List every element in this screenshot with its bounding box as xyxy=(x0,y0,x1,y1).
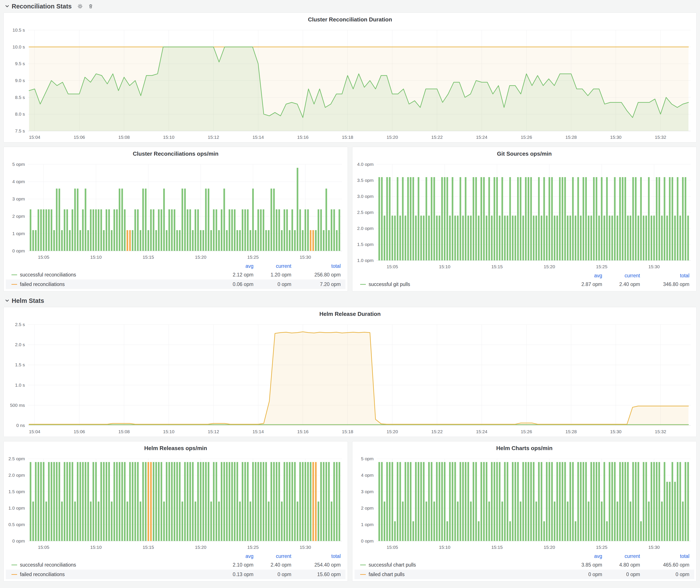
x-axis-label: 15:24 xyxy=(476,429,487,434)
x-axis-label: 15:05 xyxy=(387,545,398,550)
legend-col-current[interactable]: current xyxy=(253,263,291,269)
legend-header-row: avg current total xyxy=(355,272,694,279)
y-axis-label: 0 opm xyxy=(12,248,25,253)
series-toggle-failed-chart-pulls[interactable]: failed chart pulls xyxy=(360,572,559,577)
panel-title-helm-releases-opm[interactable]: Helm Releases ops/min xyxy=(4,441,348,455)
x-axis-label: 15:10 xyxy=(90,545,102,550)
y-axis-label: 8.5 s xyxy=(15,95,25,100)
legend-col-avg[interactable]: avg xyxy=(559,273,602,279)
series-name[interactable]: failed reconciliations xyxy=(20,572,65,577)
y-axis-label: 9.0 s xyxy=(15,78,25,83)
current-value: 0 opm xyxy=(253,572,291,577)
x-axis-label: 15:30 xyxy=(648,545,660,550)
x-axis-label: 15:28 xyxy=(565,429,577,434)
row-helm-ops: Helm Releases ops/min 15:0515:1015:1515:… xyxy=(3,441,697,582)
panel-title-helm-release-duration[interactable]: Helm Release Duration xyxy=(4,307,696,321)
y-axis-label: 5 opm xyxy=(12,162,25,167)
x-axis-label: 15:16 xyxy=(297,429,309,434)
chart-helm-release-duration[interactable]: 15:0415:0615:0815:1015:1215:1415:1615:18… xyxy=(4,321,696,437)
series-name[interactable]: successful git pulls xyxy=(369,281,410,287)
legend-col-avg[interactable]: avg xyxy=(559,553,602,559)
series-name[interactable]: failed reconciliations xyxy=(20,281,65,287)
legend-col-total[interactable]: total xyxy=(291,553,341,559)
cluster_reconciliations_opm-svg: 15:0515:1015:1515:2015:2515:305 opm4 opm… xyxy=(4,160,348,262)
chart-helm-releases-opm[interactable]: 15:0515:1015:1515:2015:2515:302.5 opm2.0… xyxy=(4,455,348,552)
x-axis-label: 15:32 xyxy=(655,135,666,140)
section-title-helm-stats[interactable]: Helm Stats xyxy=(12,297,44,304)
x-axis-label: 15:14 xyxy=(252,429,264,434)
legend-col-avg[interactable]: avg xyxy=(210,553,253,559)
legend-row-failed-reconciliations: failed reconciliations 0.06 opm 0 opm 7.… xyxy=(6,279,345,289)
series-toggle-successful-chart-pulls[interactable]: successful chart pulls xyxy=(360,562,559,568)
legend-row-successful-chart-pulls: successful chart pulls 3.85 opm 4.80 opm… xyxy=(355,560,694,570)
legend-col-total[interactable]: total xyxy=(291,263,341,269)
series-name[interactable]: successful chart pulls xyxy=(369,562,416,568)
x-axis-label: 15:18 xyxy=(342,135,353,140)
avg-value: 0.13 opm xyxy=(210,572,253,577)
chart-cluster-reconciliations-opm[interactable]: 15:0515:1015:1515:2015:2515:305 opm4 opm… xyxy=(4,160,348,262)
total-value: 7.20 opm xyxy=(291,281,341,287)
series-name[interactable]: successful reconciliations xyxy=(20,272,76,278)
series-name[interactable]: failed chart pulls xyxy=(369,572,405,577)
x-axis-label: 15:12 xyxy=(208,135,219,140)
cluster_reconciliation_duration-svg: 15:0415:0615:0815:1015:1215:1415:1615:18… xyxy=(4,26,696,142)
section-header-reconciliation-stats[interactable]: Reconciliation Stats xyxy=(3,0,697,13)
panel-helm-charts-opm: Helm Charts ops/min 15:0515:1015:1515:20… xyxy=(352,441,697,582)
y-axis-label: 0.5 opm xyxy=(8,522,25,527)
x-axis-label: 15:10 xyxy=(163,429,174,434)
row-reconciliation-ops: Cluster Reconciliations ops/min 15:0515:… xyxy=(3,147,697,291)
x-axis-label: 15:20 xyxy=(387,135,398,140)
gear-icon[interactable] xyxy=(77,3,83,9)
legend-col-current[interactable]: current xyxy=(602,273,640,279)
series-toggle-failed-reconciliations[interactable]: failed reconciliations xyxy=(11,281,210,287)
series-name[interactable]: successful reconciliations xyxy=(20,562,76,568)
y-axis-label: 2.5 opm xyxy=(357,210,374,215)
x-axis-label: 15:10 xyxy=(439,545,450,550)
legend-col-avg[interactable]: avg xyxy=(210,263,253,269)
total-value: 465.60 opm xyxy=(640,562,689,568)
legend-col-current[interactable]: current xyxy=(253,553,291,559)
series-toggle-successful-reconciliations[interactable]: successful reconciliations xyxy=(11,272,210,278)
x-axis-label: 15:15 xyxy=(491,264,503,269)
section-title-reconciliation-stats[interactable]: Reconciliation Stats xyxy=(12,3,72,10)
y-axis-label: 2.0 s xyxy=(15,342,25,347)
x-axis-label: 15:30 xyxy=(610,429,622,434)
trash-icon[interactable] xyxy=(88,4,93,9)
chevron-down-icon[interactable] xyxy=(5,298,10,303)
panel-title-git-sources-opm[interactable]: Git Sources ops/min xyxy=(352,147,696,160)
x-axis-label: 15:08 xyxy=(118,135,130,140)
chevron-down-icon[interactable] xyxy=(5,4,10,9)
series-toggle-failed-reconciliations[interactable]: failed reconciliations xyxy=(11,572,210,577)
legend-col-total[interactable]: total xyxy=(640,553,689,559)
x-axis-label: 15:28 xyxy=(565,135,577,140)
y-axis-label: 1.0 opm xyxy=(8,506,25,510)
y-axis-label: 2.0 opm xyxy=(8,473,25,478)
panel-title-cluster-reconciliation-duration[interactable]: Cluster Reconciliation Duration xyxy=(4,13,696,26)
section-header-helm-stats[interactable]: Helm Stats xyxy=(3,294,697,307)
avg-value: 2.10 opm xyxy=(210,562,253,568)
avg-value: 0 opm xyxy=(559,572,602,577)
avg-value: 2.12 opm xyxy=(210,272,253,278)
chart-cluster-reconciliation-duration[interactable]: 15:0415:0615:0815:1015:1215:1415:1615:18… xyxy=(4,26,696,142)
x-axis-label: 15:20 xyxy=(195,545,206,550)
y-axis-label: 4 opm xyxy=(12,179,25,184)
x-axis-label: 15:26 xyxy=(521,429,532,434)
y-axis-label: 2.5 s xyxy=(15,322,25,327)
current-value: 2.40 opm xyxy=(602,281,640,287)
y-axis-label: 3.5 opm xyxy=(357,178,374,183)
series-toggle-successful-git-pulls[interactable]: successful git pulls xyxy=(360,281,559,287)
series-toggle-successful-reconciliations[interactable]: successful reconciliations xyxy=(11,562,210,568)
legend-col-total[interactable]: total xyxy=(640,273,689,279)
total-value: 254.40 opm xyxy=(291,562,341,568)
panel-title-helm-charts-opm[interactable]: Helm Charts ops/min xyxy=(352,441,696,455)
x-axis-label: 15:32 xyxy=(655,429,666,434)
x-axis-label: 15:04 xyxy=(29,429,40,434)
legend-col-current[interactable]: current xyxy=(602,553,640,559)
x-axis-label: 15:30 xyxy=(610,135,622,140)
panel-title-cluster-reconciliations-opm[interactable]: Cluster Reconciliations ops/min xyxy=(4,147,348,160)
x-axis-label: 15:16 xyxy=(297,135,309,140)
series-color-dash-orange xyxy=(11,574,17,575)
chart-helm-charts-opm[interactable]: 15:0515:1015:1515:2015:2515:305 opm4 opm… xyxy=(352,455,696,552)
y-axis-label: 1 opm xyxy=(12,231,25,236)
chart-git-sources-opm[interactable]: 15:0515:1015:1515:2015:2515:304.0 opm3.5… xyxy=(352,160,696,272)
